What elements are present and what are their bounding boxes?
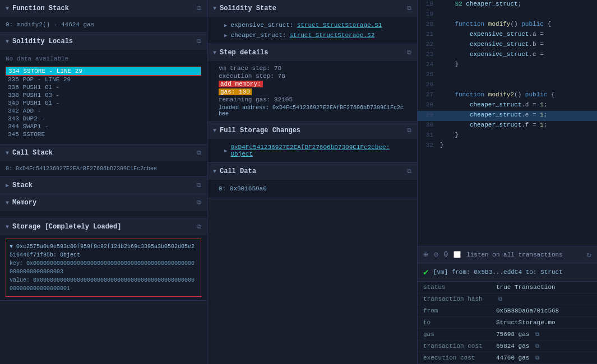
tx-val-hash: ⧉ (496, 296, 591, 302)
opcode-336[interactable]: 336 PUSH1 01 - (6, 83, 201, 91)
memory-header[interactable]: ▼ Memory ⧉ (0, 194, 207, 211)
memory-copy-icon[interactable]: ⧉ (197, 199, 201, 206)
stack-arrow: ▶ (6, 182, 9, 189)
tx-success-bar: ✔ [vm] from: 0x5B3...eddC4 to: Struct (418, 263, 597, 282)
tx-gas-copy-icon[interactable]: ⧉ (535, 332, 539, 338)
tx-cost-copy-icon[interactable]: ⧉ (535, 343, 539, 349)
tx-val-tx-cost: 65824 gas ⧉ (496, 343, 591, 349)
state-item-0-arrow[interactable]: ▶ (224, 22, 227, 29)
add-memory-label: add memory: (219, 81, 263, 87)
full-storage-changes-copy-icon[interactable]: ⧉ (407, 127, 411, 134)
stop-icon[interactable]: ⊘ (433, 250, 438, 259)
tx-summary: [vm] from: 0x5B3...eddC4 to: Struct (433, 269, 563, 276)
function-stack-title: Function Stack (12, 4, 193, 12)
line-code-18: S2 cheaper_struct; (440, 1, 521, 7)
opcode-343[interactable]: 343 DUP2 - (6, 115, 201, 123)
solidity-state-title: Solidity State (220, 4, 404, 12)
full-storage-changes-arrow: ▼ (213, 128, 216, 134)
stack-section: ▶ Stack ⧉ (0, 177, 207, 194)
function-stack-header[interactable]: ▼ Function Stack ⧉ (0, 0, 207, 17)
opcode-342[interactable]: 342 ADD - (6, 107, 201, 115)
tx-row-hash: transaction hash ⧉ (418, 293, 597, 305)
tx-exec-copy-icon[interactable]: ⧉ (535, 355, 539, 361)
middle-panel: ▼ Solidity State ⧉ ▶ expensive_struct: s… (207, 0, 418, 364)
opcode-334[interactable]: 334 SSTORE - LINE 29 (6, 67, 201, 76)
solidity-state-header[interactable]: ▼ Solidity State ⧉ (207, 0, 417, 17)
code-line-25: 25 (418, 71, 597, 81)
stack-header[interactable]: ▶ Stack ⧉ (0, 177, 207, 194)
tx-key-status: status (423, 284, 496, 291)
storage-entry: ▼ 0xc2575a0e9e593c00f959f8c92f12db2b69c3… (6, 239, 201, 297)
tx-row-to: to StructStorage.mo (418, 317, 597, 329)
tx-key-hash: transaction hash (423, 296, 496, 302)
solidity-state-copy-icon[interactable]: ⧉ (407, 5, 411, 12)
call-data-section: ▼ Call Data ⧉ 0: 0x901659a0 (207, 163, 417, 198)
opcode-338[interactable]: 338 PUSH1 03 - (6, 91, 201, 99)
tx-area: ✔ [vm] from: 0x5B3...eddC4 to: Struct st… (418, 263, 597, 364)
line-num-23: 23 (418, 51, 440, 58)
step-details-header[interactable]: ▼ Step details ⧉ (207, 44, 417, 61)
tx-val-gas: 75698 gas ⧉ (496, 331, 591, 338)
line-num-22: 22 (418, 41, 440, 48)
solidity-locals-header[interactable]: ▼ Solidity Locals ⧉ (0, 33, 207, 50)
state-item-0-link[interactable]: struct StructStorage.S1 (297, 22, 382, 29)
tx-row-from: from 0x5B38Da6a701c568 (418, 305, 597, 317)
function-stack-arrow: ▼ (6, 6, 9, 12)
step-details-copy-icon[interactable]: ⧉ (407, 49, 411, 56)
opcode-340[interactable]: 340 PUSH1 01 - (6, 99, 201, 107)
opcode-344[interactable]: 344 SWAP1 - (6, 123, 201, 130)
code-line-30: 30 cheaper_struct.f = 1; (418, 121, 597, 131)
tx-val-to: StructStorage.mo (496, 319, 591, 326)
line-num-25: 25 (418, 71, 440, 78)
memory-title: Memory (12, 199, 193, 207)
call-data-copy-icon[interactable]: ⧉ (407, 168, 411, 175)
listen-checkbox[interactable] (453, 251, 461, 258)
debug-icon[interactable]: ⊕ (423, 250, 428, 259)
tx-gas-value: 75698 gas (496, 331, 529, 338)
storage-expand-arrow[interactable]: ▼ (10, 244, 16, 250)
execution-step: execution step: 78 (213, 72, 411, 80)
solidity-locals-copy-icon[interactable]: ⧉ (197, 38, 201, 45)
opcode-335[interactable]: 335 POP - LINE 29 (6, 76, 201, 83)
listen-label: listen on all transactions (466, 251, 563, 258)
call-stack-copy-icon[interactable]: ⧉ (197, 150, 201, 156)
code-line-26: 26 (418, 81, 597, 91)
state-item-1-arrow[interactable]: ▶ (224, 32, 227, 39)
refresh-icon[interactable]: ↻ (587, 250, 591, 259)
line-num-31: 31 (418, 132, 440, 138)
function-stack-item: 0: modify2() - 44624 gas (6, 20, 201, 29)
storage-header[interactable]: ▼ Storage [Completely Loaded] ⧉ (0, 218, 207, 235)
tx-key-to: to (423, 319, 496, 326)
storage-change-arrow[interactable]: ▶ (224, 148, 227, 154)
state-item-1-link[interactable]: struct StructStorage.S2 (289, 32, 374, 39)
tx-key-exec-cost: execution cost (423, 354, 496, 361)
line-code-20: function modify() public { (440, 21, 551, 27)
tx-hash-copy-icon[interactable]: ⧉ (498, 296, 502, 302)
function-stack-copy-icon[interactable]: ⧉ (197, 5, 201, 12)
solidity-locals-arrow: ▼ (6, 39, 9, 45)
stack-title: Stack (12, 181, 193, 189)
state-item-1-label: cheaper_struct: (230, 32, 286, 39)
tx-row-status: status true Transaction (418, 282, 597, 293)
vm-trace-step: vm trace step: 78 (213, 64, 411, 72)
storage-change-link[interactable]: 0xD4Fc541236927E2EAfBF27606bD7309C1Fc2cb… (230, 144, 406, 157)
call-data-value: 0: 0x901659a0 (213, 183, 411, 194)
tx-row-tx-cost: transaction cost 65824 gas ⧉ (418, 340, 597, 352)
line-code-31: } (440, 132, 459, 138)
line-code-28: cheaper_struct.d = 1; (440, 101, 547, 108)
step-details-title: Step details (220, 49, 404, 57)
opcode-345[interactable]: 345 SSTORE (6, 130, 201, 138)
left-panel: ▼ Function Stack ⧉ 0: modify2() - 44624 … (0, 0, 207, 364)
stack-copy-icon[interactable]: ⧉ (197, 182, 201, 189)
line-code-24: } (440, 61, 459, 68)
code-area: 18 S2 cheaper_struct; 19 20 function mod… (418, 0, 597, 246)
full-storage-changes-header[interactable]: ▼ Full Storage Changes ⧉ (207, 122, 417, 139)
line-code-22: expensive_struct.b = (440, 41, 547, 48)
storage-copy-icon[interactable]: ⧉ (197, 223, 201, 230)
solidity-state-arrow: ▼ (213, 6, 216, 12)
call-stack-header[interactable]: ▼ Call Stack ⧉ (0, 144, 207, 161)
tx-val-status: true Transaction (496, 284, 591, 291)
no-data-label: No data available (6, 53, 201, 64)
call-data-header[interactable]: ▼ Call Data ⧉ (207, 163, 417, 180)
line-num-29: 29 (418, 111, 440, 118)
